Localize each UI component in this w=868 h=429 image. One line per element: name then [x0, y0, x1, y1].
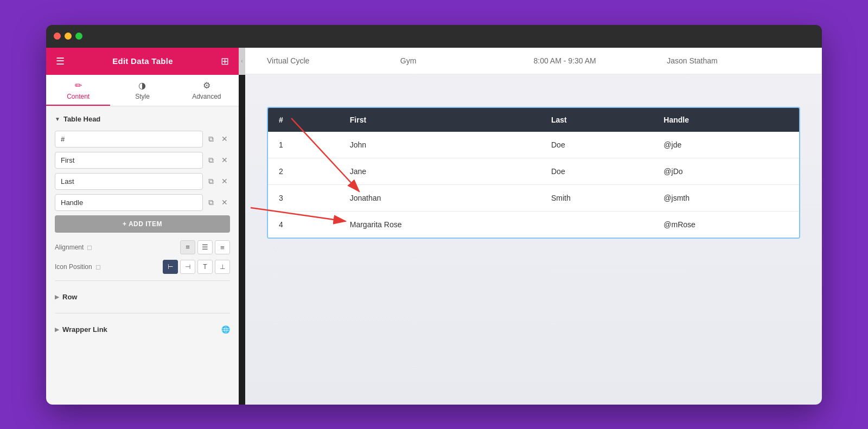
- canvas-area: Virtual Cycle Gym 8:00 AM - 9:30 AM Jaso…: [245, 48, 822, 405]
- cell-first-2: Jane: [339, 158, 540, 184]
- tab-content[interactable]: ✏ Content: [46, 75, 110, 106]
- icon-position-label: Icon Position ◻: [55, 263, 101, 271]
- schedule-instructor: Jason Statham: [667, 56, 800, 65]
- alignment-buttons: ≡ ☰ ≡: [180, 240, 230, 254]
- titlebar: [46, 25, 822, 48]
- fullscreen-button[interactable]: [75, 33, 82, 40]
- content-tab-label: Content: [67, 93, 90, 100]
- row-section-label: Row: [62, 293, 77, 301]
- minimize-button[interactable]: [65, 33, 72, 40]
- field-input-hash[interactable]: [55, 131, 203, 148]
- hamburger-icon[interactable]: ☰: [56, 55, 65, 67]
- table-head-label: Table Head: [63, 115, 100, 123]
- th-last: Last: [540, 108, 653, 132]
- copy-last-button[interactable]: ⧉: [206, 175, 216, 188]
- sidebar-header: ☰ Edit Data Table ⊞: [46, 48, 239, 75]
- app-window: ☰ Edit Data Table ⊞ ✏ Content ◑ Style ⚙ …: [46, 25, 822, 405]
- advanced-tab-icon: ⚙: [203, 80, 210, 91]
- cell-handle-1: @jde: [653, 132, 799, 158]
- field-row-hash: ⧉ ✕: [55, 131, 230, 148]
- delete-first-button[interactable]: ✕: [219, 153, 230, 167]
- cell-num-2: 2: [268, 158, 339, 184]
- copy-first-button[interactable]: ⧉: [206, 153, 216, 167]
- icon-pos-bottom-button[interactable]: ⊥: [215, 260, 230, 274]
- data-table-wrapper: # First Last Handle 1 John Doe @jde: [267, 107, 800, 239]
- field-input-first[interactable]: [55, 152, 203, 169]
- field-row-last: ⧉ ✕: [55, 173, 230, 190]
- sidebar-title: Edit Data Table: [112, 56, 173, 66]
- icon-pos-left-inside-button[interactable]: ⊣: [180, 260, 195, 274]
- row-section-header[interactable]: ▶ Row: [55, 287, 230, 306]
- sidebar: ☰ Edit Data Table ⊞ ✏ Content ◑ Style ⚙ …: [46, 48, 239, 405]
- field-row-first: ⧉ ✕: [55, 152, 230, 169]
- th-hash: #: [268, 108, 339, 132]
- traffic-lights: [54, 33, 82, 40]
- alignment-text: Alignment: [55, 244, 84, 251]
- cell-handle-4: @mRose: [653, 211, 799, 238]
- table-header-row: # First Last Handle: [268, 108, 799, 132]
- table-head: # First Last Handle: [268, 108, 799, 132]
- schedule-row: Virtual Cycle Gym 8:00 AM - 9:30 AM Jaso…: [245, 48, 822, 74]
- advanced-tab-label: Advanced: [192, 93, 221, 100]
- field-input-last[interactable]: [55, 173, 203, 190]
- cell-num-1: 1: [268, 132, 339, 158]
- sidebar-collapse-handle[interactable]: ‹: [239, 48, 245, 75]
- cell-first-4: Margarita Rose: [339, 211, 540, 238]
- schedule-time: 8:00 AM - 9:30 AM: [534, 56, 667, 65]
- cell-last-2: Doe: [540, 158, 653, 184]
- schedule-class: Virtual Cycle: [267, 56, 400, 65]
- icon-position-row: Icon Position ◻ ⊢ ⊣ T ⊥: [55, 260, 230, 274]
- delete-handle-button[interactable]: ✕: [219, 196, 230, 209]
- icon-position-text: Icon Position: [55, 263, 92, 271]
- cell-last-1: Doe: [540, 132, 653, 158]
- sidebar-content: ▼ Table Head ⧉ ✕ ⧉ ✕ ⧉: [46, 106, 239, 405]
- wrapper-link-label: Wrapper Link: [62, 325, 107, 334]
- icon-position-buttons: ⊢ ⊣ T ⊥: [163, 260, 230, 274]
- cell-handle-3: @jsmth: [653, 184, 799, 211]
- align-center-button[interactable]: ☰: [197, 240, 213, 254]
- cell-handle-2: @jDo: [653, 158, 799, 184]
- table-row: 3 Jonathan Smith @jsmth: [268, 184, 799, 211]
- style-tab-label: Style: [135, 93, 150, 100]
- table-row: 2 Jane Doe @jDo: [268, 158, 799, 184]
- tab-advanced[interactable]: ⚙ Advanced: [175, 75, 239, 106]
- alignment-info-icon: ◻: [87, 244, 92, 251]
- section-divider-1: [55, 280, 230, 281]
- cell-first-1: John: [339, 132, 540, 158]
- data-table: # First Last Handle 1 John Doe @jde: [268, 108, 799, 238]
- th-handle: Handle: [653, 108, 799, 132]
- cell-num-4: 4: [268, 211, 339, 238]
- cell-last-3: Smith: [540, 184, 653, 211]
- th-first: First: [339, 108, 540, 132]
- table-row: 4 Margarita Rose @mRose: [268, 211, 799, 238]
- copy-hash-button[interactable]: ⧉: [206, 132, 216, 146]
- icon-pos-left-outside-button[interactable]: ⊢: [163, 260, 178, 274]
- wrapper-link-section-header[interactable]: ▶ Wrapper Link 🌐: [55, 320, 230, 339]
- delete-hash-button[interactable]: ✕: [219, 132, 230, 145]
- copy-handle-button[interactable]: ⧉: [206, 196, 216, 209]
- delete-last-button[interactable]: ✕: [219, 175, 230, 188]
- close-button[interactable]: [54, 33, 61, 40]
- main-area: ☰ Edit Data Table ⊞ ✏ Content ◑ Style ⚙ …: [46, 48, 822, 405]
- add-item-label: + ADD ITEM: [123, 220, 162, 228]
- sidebar-tabs: ✏ Content ◑ Style ⚙ Advanced: [46, 75, 239, 106]
- icon-position-info-icon: ◻: [95, 263, 101, 271]
- align-right-button[interactable]: ≡: [215, 240, 230, 254]
- alignment-label: Alignment ◻: [55, 244, 92, 251]
- table-head-section-header[interactable]: ▼ Table Head: [55, 115, 230, 123]
- icon-pos-top-button[interactable]: T: [197, 260, 213, 274]
- field-input-handle[interactable]: [55, 194, 203, 211]
- align-left-button[interactable]: ≡: [180, 240, 195, 254]
- grid-icon[interactable]: ⊞: [221, 55, 229, 67]
- alignment-row: Alignment ◻ ≡ ☰ ≡: [55, 240, 230, 254]
- cell-last-4: [540, 211, 653, 238]
- add-item-button[interactable]: + ADD ITEM: [55, 215, 230, 233]
- wrapper-link-arrow: ▶: [55, 326, 59, 332]
- wrapper-link-globe-icon: 🌐: [221, 325, 230, 334]
- cell-num-3: 3: [268, 184, 339, 211]
- row-section-arrow: ▶: [55, 294, 59, 300]
- table-row: 1 John Doe @jde: [268, 132, 799, 158]
- schedule-location: Gym: [400, 56, 534, 65]
- tab-style[interactable]: ◑ Style: [110, 75, 174, 106]
- table-body: 1 John Doe @jde 2 Jane Doe @jDo 3: [268, 132, 799, 238]
